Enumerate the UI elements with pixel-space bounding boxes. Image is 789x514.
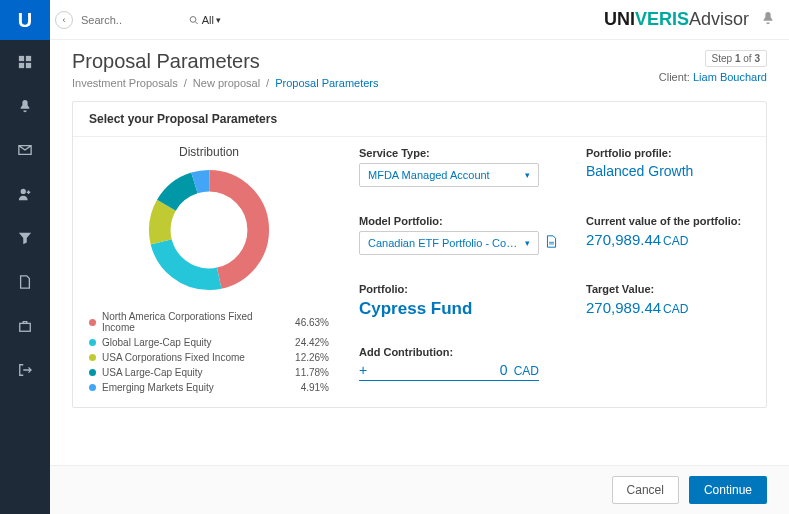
target-value: 270,989.44 bbox=[586, 299, 661, 316]
distribution-legend: North America Corporations Fixed Income4… bbox=[89, 309, 329, 395]
current-value: 270,989.44 bbox=[586, 231, 661, 248]
client-label: Client: bbox=[659, 71, 690, 83]
breadcrumb-current: Proposal Parameters bbox=[275, 77, 378, 89]
footer-actions: Cancel Continue bbox=[50, 465, 789, 514]
envelope-icon bbox=[18, 143, 32, 157]
nav-clients[interactable] bbox=[0, 172, 50, 216]
parameters-panel: Select your Proposal Parameters Distribu… bbox=[72, 101, 767, 408]
panel-heading: Select your Proposal Parameters bbox=[73, 102, 766, 137]
logout-icon bbox=[18, 363, 32, 377]
client-link[interactable]: Liam Bouchard bbox=[693, 71, 767, 83]
legend-row: North America Corporations Fixed Income4… bbox=[89, 309, 329, 335]
nav-messages[interactable] bbox=[0, 128, 50, 172]
step-indicator: Step 1 of 3 bbox=[705, 50, 767, 67]
main-area: ‹ All▾ UNIVERIS Advisor Proposal Paramet… bbox=[50, 0, 789, 514]
field-add-contribution: Add Contribution: + 0 CAD bbox=[359, 346, 558, 395]
field-current-value: Current value of the portfolio: 270,989.… bbox=[586, 215, 750, 269]
nav-dashboard[interactable] bbox=[0, 40, 50, 84]
model-portfolio-pdf[interactable] bbox=[545, 235, 558, 251]
search-icon bbox=[189, 14, 198, 26]
plus-icon: + bbox=[359, 362, 367, 378]
svg-rect-2 bbox=[19, 63, 24, 68]
portfolio-profile-value: Balanced Growth bbox=[586, 163, 750, 179]
page-title: Proposal Parameters bbox=[72, 50, 379, 73]
continue-button[interactable]: Continue bbox=[689, 476, 767, 504]
distribution-title: Distribution bbox=[89, 145, 329, 159]
sidebar: U bbox=[0, 0, 50, 514]
nav-logout[interactable] bbox=[0, 348, 50, 392]
pdf-icon bbox=[545, 235, 558, 248]
svg-rect-3 bbox=[26, 63, 31, 68]
model-portfolio-select[interactable]: Canadian ETF Portfolio - Conserva▾ bbox=[359, 231, 539, 255]
sidebar-collapse[interactable]: ‹ bbox=[55, 11, 73, 29]
grid-icon bbox=[18, 55, 32, 69]
bell-icon bbox=[18, 99, 32, 113]
nav-filter[interactable] bbox=[0, 216, 50, 260]
add-contribution-input[interactable]: + 0 CAD bbox=[359, 362, 539, 381]
topbar: ‹ All▾ UNIVERIS Advisor bbox=[50, 0, 789, 40]
brand-logo: UNIVERIS Advisor bbox=[604, 9, 749, 30]
briefcase-icon bbox=[18, 319, 32, 333]
nav-documents[interactable] bbox=[0, 260, 50, 304]
breadcrumb-link[interactable]: New proposal bbox=[193, 77, 260, 89]
page-header: Proposal Parameters Investment Proposals… bbox=[50, 40, 789, 95]
file-icon bbox=[18, 275, 32, 289]
field-label: Portfolio profile: bbox=[586, 147, 750, 159]
legend-row: Global Large-Cap Equity24.42% bbox=[89, 335, 329, 350]
svg-rect-0 bbox=[19, 56, 24, 61]
field-target-value: Target Value: 270,989.44CAD bbox=[586, 283, 750, 333]
breadcrumb: Investment Proposals/ New proposal/ Prop… bbox=[72, 77, 379, 89]
field-label: Portfolio: bbox=[359, 283, 558, 295]
field-service-type: Service Type: MFDA Managed Account▾ bbox=[359, 147, 558, 201]
search-box: All▾ bbox=[81, 10, 221, 30]
field-label: Current value of the portfolio: bbox=[586, 215, 750, 227]
search-input[interactable] bbox=[81, 10, 189, 30]
topbar-notifications[interactable] bbox=[761, 11, 775, 28]
svg-point-6 bbox=[190, 16, 196, 22]
field-label: Service Type: bbox=[359, 147, 558, 159]
cancel-button[interactable]: Cancel bbox=[612, 476, 679, 504]
svg-rect-1 bbox=[26, 56, 31, 61]
legend-row: USA Large-Cap Equity11.78% bbox=[89, 365, 329, 380]
nav-portfolio[interactable] bbox=[0, 304, 50, 348]
funnel-icon bbox=[18, 231, 32, 245]
portfolio-link[interactable]: Cypress Fund bbox=[359, 299, 558, 319]
breadcrumb-link[interactable]: Investment Proposals bbox=[72, 77, 178, 89]
field-label: Add Contribution: bbox=[359, 346, 558, 358]
distribution-donut-chart bbox=[144, 165, 274, 295]
legend-row: Emerging Markets Equity4.91% bbox=[89, 380, 329, 395]
svg-point-11 bbox=[160, 181, 259, 280]
app-logo[interactable]: U bbox=[0, 0, 50, 40]
bell-icon bbox=[761, 11, 775, 25]
svg-point-4 bbox=[21, 189, 26, 194]
service-type-select[interactable]: MFDA Managed Account▾ bbox=[359, 163, 539, 187]
legend-row: USA Corporations Fixed Income12.26% bbox=[89, 350, 329, 365]
user-plus-icon bbox=[18, 187, 32, 201]
field-label: Model Portfolio: bbox=[359, 215, 558, 227]
field-portfolio-profile: Portfolio profile: Balanced Growth bbox=[586, 147, 750, 201]
nav-notifications[interactable] bbox=[0, 84, 50, 128]
search-filter[interactable]: All▾ bbox=[202, 14, 221, 26]
field-label: Target Value: bbox=[586, 283, 750, 295]
field-portfolio: Portfolio: Cypress Fund bbox=[359, 283, 558, 333]
field-model-portfolio: Model Portfolio: Canadian ETF Portfolio … bbox=[359, 215, 558, 269]
svg-rect-5 bbox=[20, 323, 31, 331]
